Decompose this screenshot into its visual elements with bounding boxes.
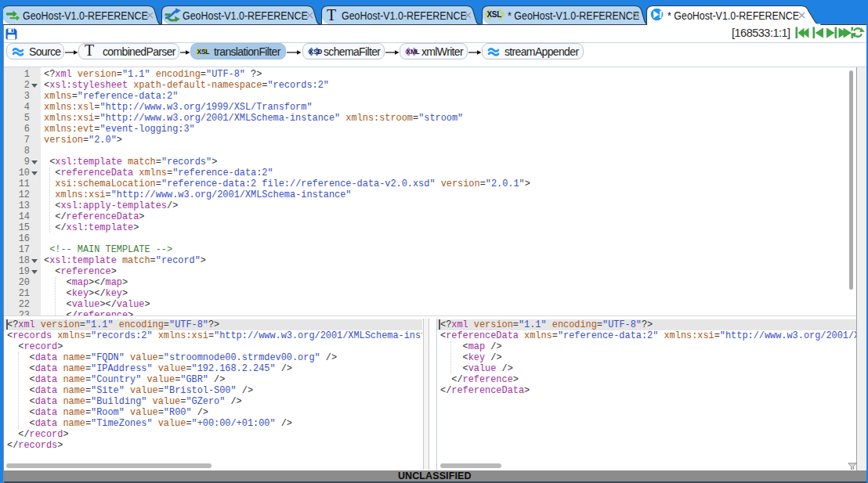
svg-text:XSL: XSL (197, 48, 210, 56)
svg-text:XML: XML (407, 48, 420, 56)
svg-text:T: T (327, 6, 336, 23)
svg-text:XSD: XSD (309, 48, 323, 56)
svg-text:XSL: XSL (487, 10, 502, 19)
